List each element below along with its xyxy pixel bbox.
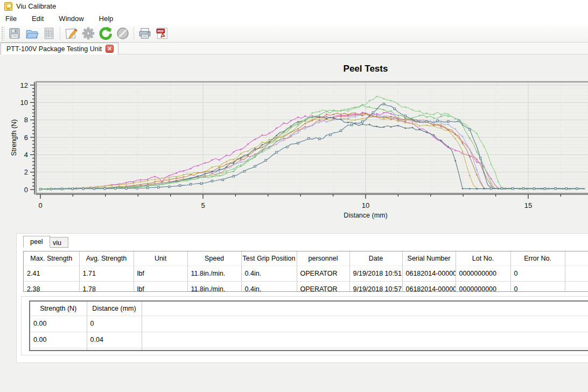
menu-window[interactable]: Window bbox=[53, 13, 89, 24]
col-speed: Speed bbox=[187, 251, 241, 265]
cell: 0 bbox=[510, 265, 565, 281]
cell: 11.8in./min. bbox=[187, 281, 241, 292]
svg-text:12: 12 bbox=[20, 81, 28, 89]
col-unit: Unit bbox=[134, 251, 187, 265]
menu-edit[interactable]: Edit bbox=[26, 13, 49, 24]
stop-icon bbox=[116, 26, 130, 40]
col-avg-strength: Avg. Strength bbox=[79, 251, 134, 265]
toolbar: PDF bbox=[0, 24, 588, 43]
cell: 1.71 bbox=[79, 265, 134, 281]
grid-header-row: Strength (N) Distance (mm) bbox=[30, 302, 588, 316]
cell: 06182014-00000... bbox=[402, 281, 456, 292]
col-filler bbox=[565, 251, 588, 265]
col-serial-number: Serial Number bbox=[402, 251, 456, 265]
svg-text:10: 10 bbox=[362, 201, 369, 209]
stop-button[interactable] bbox=[115, 25, 131, 41]
svg-text:0: 0 bbox=[38, 201, 42, 209]
cell: 0.00 bbox=[30, 316, 87, 332]
cell: lbf bbox=[134, 265, 187, 281]
chart-block: 051015024681012Distance (mm)Strength (N)… bbox=[0, 54, 588, 233]
open-button[interactable] bbox=[24, 25, 40, 41]
svg-text:6: 6 bbox=[24, 134, 28, 142]
col-date: Date bbox=[349, 251, 402, 265]
cell: 0 bbox=[87, 316, 142, 332]
cell: OPERATOR bbox=[297, 281, 349, 292]
cell bbox=[142, 316, 588, 332]
cell: 11.8in./min. bbox=[187, 265, 241, 281]
close-icon[interactable]: ✕ bbox=[106, 45, 114, 53]
col-personnel: personnel bbox=[297, 251, 349, 265]
report-button[interactable] bbox=[41, 25, 57, 41]
refresh-icon bbox=[98, 26, 113, 41]
tab-label: PTT-100V Package Testing Unit bbox=[6, 45, 102, 53]
detail-panel: Strength (N) Distance (mm) 0.00 0 0.00 bbox=[21, 296, 588, 355]
tab-peel[interactable]: peel bbox=[23, 236, 50, 248]
svg-text:Strength (N): Strength (N) bbox=[10, 119, 18, 156]
svg-text:Distance (mm): Distance (mm) bbox=[344, 212, 387, 219]
export-pdf-icon: PDF bbox=[155, 26, 169, 40]
tab-ptt-100v[interactable]: PTT-100V Package Testing Unit ✕ bbox=[1, 43, 118, 54]
svg-text:PDF: PDF bbox=[157, 29, 164, 32]
grid-header-row: Max. Strength Avg. Strength Unit Speed T… bbox=[24, 251, 588, 265]
menu-bar: File Edit Window Help bbox=[0, 13, 588, 24]
svg-text:10: 10 bbox=[20, 99, 28, 107]
cell bbox=[565, 281, 588, 292]
col-error-no: Error No. bbox=[510, 251, 565, 265]
detail-grid[interactable]: Strength (N) Distance (mm) 0.00 0 0.00 bbox=[29, 300, 588, 351]
title-bar: Viu Calibrate bbox=[0, 0, 588, 13]
cell bbox=[565, 265, 588, 281]
save-icon bbox=[8, 26, 22, 40]
peel-results-grid[interactable]: Max. Strength Avg. Strength Unit Speed T… bbox=[23, 251, 588, 292]
cell: 0.04 bbox=[87, 332, 142, 348]
export-pdf-button[interactable]: PDF bbox=[154, 25, 170, 41]
cell: 9/19/2018 10:51... bbox=[349, 265, 402, 281]
table-row[interactable]: 0.00 0 bbox=[30, 316, 588, 332]
document-tab-strip: PTT-100V Package Testing Unit ✕ bbox=[0, 43, 588, 54]
toolbar-separator bbox=[134, 27, 134, 40]
col-max-strength: Max. Strength bbox=[24, 251, 79, 265]
report-document-icon bbox=[42, 26, 56, 40]
cell: 0.00 bbox=[30, 332, 87, 348]
save-button[interactable] bbox=[6, 25, 23, 41]
table-row[interactable]: 2.38 1.78 lbf 11.8in./min. 0.4in. OPERAT… bbox=[24, 281, 588, 292]
refresh-button[interactable] bbox=[97, 25, 114, 41]
open-folder-icon bbox=[25, 26, 39, 40]
cell bbox=[87, 348, 142, 351]
menu-file[interactable]: File bbox=[0, 13, 22, 24]
edit-button[interactable] bbox=[63, 25, 79, 41]
edit-pencil-icon bbox=[64, 26, 78, 40]
cell: 0000000000 bbox=[456, 281, 510, 292]
col-distance-mm: Distance (mm) bbox=[87, 302, 142, 316]
toolbar-grip[interactable] bbox=[1, 26, 4, 40]
peel-tests-chart: 051015024681012Distance (mm)Strength (N) bbox=[0, 54, 588, 233]
tab-page: 051015024681012Distance (mm)Strength (N)… bbox=[0, 54, 588, 392]
toolbar-separator bbox=[60, 27, 60, 40]
cell: 9/19/2018 10:57... bbox=[349, 281, 402, 292]
cell: 2.41 bbox=[24, 265, 79, 281]
cell: OPERATOR bbox=[297, 265, 349, 281]
svg-text:8: 8 bbox=[24, 116, 28, 124]
cell: 06182014-00000... bbox=[402, 265, 456, 281]
table-row[interactable]: 0.00 0.04 bbox=[30, 332, 588, 348]
svg-text:4: 4 bbox=[24, 151, 28, 159]
col-filler bbox=[142, 302, 588, 316]
cell: 0.4in. bbox=[241, 281, 297, 292]
cell bbox=[30, 348, 87, 351]
settings-gear-icon bbox=[81, 26, 95, 40]
app-icon bbox=[4, 2, 12, 11]
svg-text:0: 0 bbox=[24, 186, 28, 194]
print-button[interactable] bbox=[137, 25, 153, 41]
table-row[interactable]: 2.41 1.71 lbf 11.8in./min. 0.4in. OPERAT… bbox=[24, 265, 588, 281]
cell bbox=[142, 348, 588, 351]
table-row[interactable] bbox=[30, 348, 588, 351]
svg-text:15: 15 bbox=[524, 201, 532, 209]
menu-help[interactable]: Help bbox=[94, 13, 119, 24]
settings-button[interactable] bbox=[80, 25, 96, 41]
cell: lbf bbox=[134, 281, 187, 292]
col-lot-no: Lot No. bbox=[456, 251, 510, 265]
print-icon bbox=[138, 26, 152, 40]
cell bbox=[142, 332, 588, 348]
cell: 0.4in. bbox=[241, 265, 297, 281]
cell: 1.78 bbox=[79, 281, 134, 292]
svg-text:2: 2 bbox=[24, 168, 28, 176]
